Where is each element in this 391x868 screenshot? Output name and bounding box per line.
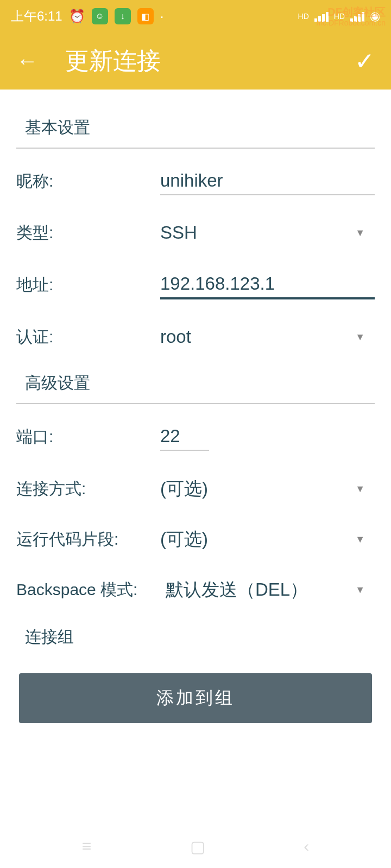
add-to-group-button[interactable]: 添加到组: [19, 673, 372, 723]
auth-value: root: [160, 327, 191, 347]
connection-mode-value: (可选): [160, 477, 208, 501]
status-time: 上午6:11: [11, 8, 62, 25]
hd-label-1: HD: [298, 12, 309, 21]
alarm-icon: ⏰: [69, 9, 85, 24]
watermark-title: DF创客社区: [316, 5, 386, 18]
port-label: 端口:: [16, 426, 160, 448]
nav-home-icon[interactable]: ▢: [190, 837, 205, 856]
snippet-label: 运行代码片段:: [16, 528, 160, 551]
type-label: 类型:: [16, 222, 160, 244]
auth-label: 认证:: [16, 326, 160, 348]
chevron-down-icon: ▼: [355, 584, 365, 596]
type-value: SSH: [160, 222, 197, 243]
chevron-down-icon: ▼: [355, 534, 365, 545]
connection-mode-label: 连接方式:: [16, 478, 160, 500]
section-basic: 基本设置: [16, 106, 375, 149]
app-icon-3: ◧: [137, 8, 154, 24]
section-advanced: 高级设置: [16, 361, 375, 404]
confirm-icon[interactable]: ✓: [355, 47, 375, 75]
port-input[interactable]: [160, 423, 209, 451]
chevron-down-icon: ▼: [355, 331, 365, 343]
nav-menu-icon[interactable]: ≡: [82, 837, 92, 856]
watermark: DF创客社区 mc.DFRobot.com.cn: [316, 5, 386, 28]
row-port: 端口:: [16, 410, 375, 464]
page-title: 更新连接: [65, 45, 161, 77]
row-snippet[interactable]: 运行代码片段: (可选) ▼: [16, 514, 375, 565]
navigation-bar: ≡ ▢ ‹: [0, 825, 391, 868]
chevron-down-icon: ▼: [355, 483, 365, 495]
row-nickname: 昵称:: [16, 154, 375, 208]
section-group: 连接组: [16, 615, 375, 657]
content-area: 基本设置 昵称: 类型: SSH ▼ 地址: 认证: root ▼ 高级设置 端…: [0, 90, 391, 657]
app-bar: ← 更新连接 ✓: [0, 33, 391, 90]
backspace-value: 默认发送（DEL）: [166, 578, 308, 602]
nickname-input[interactable]: [160, 167, 375, 195]
app-icon-1: ☺: [92, 8, 108, 24]
nav-back-icon[interactable]: ‹: [304, 837, 309, 856]
address-label: 地址:: [16, 274, 160, 296]
row-auth[interactable]: 认证: root ▼: [16, 312, 375, 361]
row-address: 地址:: [16, 257, 375, 312]
status-dot: ·: [160, 9, 164, 24]
app-icon-2: ↓: [115, 8, 131, 24]
row-backspace[interactable]: Backspace 模式: 默认发送（DEL） ▼: [16, 565, 375, 615]
snippet-value: (可选): [160, 527, 208, 552]
back-icon[interactable]: ←: [16, 49, 38, 73]
nickname-label: 昵称:: [16, 170, 160, 193]
backspace-label: Backspace 模式:: [16, 579, 166, 601]
address-input[interactable]: [160, 270, 375, 299]
status-bar-left: 上午6:11 ⏰ ☺ ↓ ◧ ·: [11, 8, 163, 25]
chevron-down-icon: ▼: [355, 227, 365, 239]
row-connection-mode[interactable]: 连接方式: (可选) ▼: [16, 464, 375, 514]
watermark-url: mc.DFRobot.com.cn: [316, 18, 386, 28]
row-type[interactable]: 类型: SSH ▼: [16, 208, 375, 257]
